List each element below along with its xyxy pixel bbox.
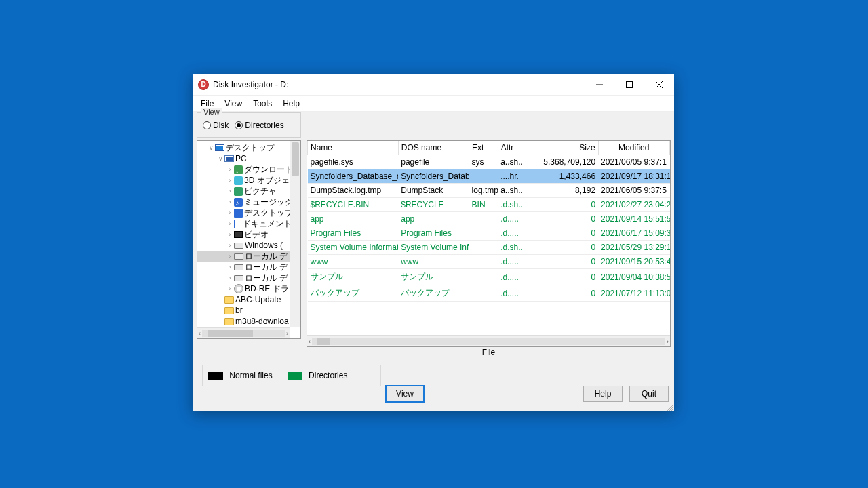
tree-item[interactable]: ∨デスクトップ <box>197 142 301 153</box>
cell-mod: 2021/06/05 9:37:1 <box>598 155 669 169</box>
tree-expand-icon[interactable]: › <box>226 283 234 294</box>
tree-expand-icon[interactable]: › <box>226 175 234 186</box>
radio-directories[interactable]: Directories <box>235 121 283 130</box>
tree-item-label: BD-RE ドラ <box>245 283 289 294</box>
tree-item[interactable]: ›Windows ( <box>197 240 301 251</box>
tree-expand-icon[interactable]: ∨ <box>207 142 215 153</box>
col-dosname[interactable]: DOS name <box>398 141 469 155</box>
cell-dos: www <box>398 255 469 269</box>
tree-item[interactable]: ›3D オブジェ <box>197 175 301 186</box>
tree-expand-icon[interactable]: › <box>226 207 234 218</box>
table-row[interactable]: pagefile.syspagefilesysa..sh..5,368,709,… <box>308 155 670 169</box>
menu-view[interactable]: View <box>220 98 246 110</box>
cell-size: 0 <box>536 269 598 285</box>
cell-attr: a..sh.. <box>498 184 536 198</box>
tree-expand-icon[interactable]: › <box>226 251 234 262</box>
help-button[interactable]: Help <box>583 386 623 402</box>
col-size[interactable]: Size <box>536 141 598 155</box>
cell-mod: 2021/06/05 9:37:5 <box>598 184 669 198</box>
tree-item-label: ローカル デ <box>245 272 288 283</box>
table-row[interactable]: バックアップバックアップ.d.....02021/07/12 11:13:0 <box>308 285 670 302</box>
table-row[interactable]: Syncfolders_Database_dbSyncfolders_Datab… <box>308 169 670 184</box>
tree-item[interactable]: ›ドキュメント <box>197 218 301 229</box>
minimize-button[interactable] <box>585 75 614 95</box>
cell-name: Program Files <box>308 226 399 241</box>
tree-expand-icon[interactable]: › <box>226 164 234 175</box>
cell-ext: sys <box>469 155 498 169</box>
scroll-right-icon[interactable]: › <box>286 330 288 337</box>
tree-item[interactable]: ›BD-RE ドラ <box>197 283 301 294</box>
tree-vscrollbar[interactable] <box>290 141 300 327</box>
tree-expand-icon[interactable]: › <box>226 218 234 229</box>
col-ext[interactable]: Ext <box>469 141 498 155</box>
scroll-right-icon[interactable]: › <box>667 338 669 345</box>
cell-name: www <box>308 255 399 269</box>
drive-icon <box>234 253 243 260</box>
table-row[interactable]: DumpStack.log.tmpDumpStacklog.tmpa..sh..… <box>308 184 670 198</box>
resize-grip-icon[interactable] <box>665 403 673 411</box>
tree-item-label: デスクトップ <box>226 142 275 153</box>
menu-tools[interactable]: Tools <box>249 98 276 110</box>
close-button[interactable] <box>644 75 674 95</box>
view-button[interactable]: View <box>385 385 425 403</box>
col-attr[interactable]: Attr <box>498 141 536 155</box>
col-modified[interactable]: Modified <box>598 141 669 155</box>
radio-icon <box>203 121 211 129</box>
cell-ext: BIN <box>469 198 498 212</box>
titlebar[interactable]: D Disk Investigator - D: <box>193 74 674 96</box>
tree-hscrollbar[interactable]: ‹ › <box>197 327 290 338</box>
file-hscrollbar[interactable]: ‹ › <box>307 336 670 346</box>
maximize-icon <box>626 81 633 88</box>
drive-icon <box>234 275 243 281</box>
table-row[interactable]: System Volume InformationSystem Volume I… <box>308 241 670 255</box>
menu-help[interactable]: Help <box>279 98 304 110</box>
table-row[interactable]: Program FilesProgram Files.d.....02021/0… <box>308 226 670 241</box>
table-row[interactable]: $RECYCLE.BIN$RECYCLEBIN.d.sh..02021/02/2… <box>308 198 670 212</box>
tree-item[interactable]: ›ローカル デ <box>197 251 301 262</box>
cell-ext <box>469 169 498 184</box>
maximize-button[interactable] <box>614 75 644 95</box>
folder-tree[interactable]: ∨デスクトップ∨PC›ダウンロード›3D オブジェ›ピクチャ›ミュージック›デス… <box>197 140 301 339</box>
app-icon: D <box>198 79 209 90</box>
scroll-left-icon[interactable]: ‹ <box>199 330 201 337</box>
tree-item[interactable]: ›ピクチャ <box>197 186 301 197</box>
tree-item[interactable]: ›ローカル デ <box>197 272 301 283</box>
button-row: View Help Quit <box>193 385 669 403</box>
radio-disk-label: Disk <box>213 121 229 130</box>
tree-item[interactable]: br <box>197 305 301 316</box>
table-row[interactable]: appapp.d.....02021/09/14 15:51:5 <box>308 212 670 226</box>
table-row[interactable]: wwwwww.d.....02021/09/15 20:53:4 <box>308 255 670 269</box>
tree-item[interactable]: m3u8-downloa <box>197 316 301 327</box>
tree-item-label: デスクトップ <box>244 207 293 218</box>
scroll-left-icon[interactable]: ‹ <box>309 338 311 345</box>
tree-item[interactable]: ›ビデオ <box>197 229 301 240</box>
cell-attr: .d..... <box>498 226 536 241</box>
tree-expand-icon[interactable]: › <box>226 272 234 283</box>
tree-expand-icon[interactable]: › <box>226 197 234 207</box>
tree-expand-icon[interactable]: › <box>226 240 234 251</box>
tree-item[interactable]: ›ローカル デ <box>197 262 301 272</box>
tree-item[interactable]: ∨PC <box>197 153 301 164</box>
tree-item[interactable]: ABC-Update <box>197 294 301 305</box>
tree-item[interactable]: ›ダウンロード <box>197 164 301 175</box>
col-name[interactable]: Name <box>308 141 399 155</box>
tree-item-label: ドキュメント <box>243 218 292 229</box>
tree-item[interactable]: ›ミュージック <box>197 197 301 207</box>
radio-disk[interactable]: Disk <box>203 121 229 130</box>
tree-expand-icon[interactable]: › <box>226 186 234 197</box>
file-table[interactable]: Name DOS name Ext Attr Size Modified pag… <box>307 140 671 347</box>
view-group-label: View <box>201 108 222 116</box>
quit-button[interactable]: Quit <box>629 386 669 402</box>
drive-icon <box>234 264 243 270</box>
app-window: D Disk Investigator - D: File View Tools… <box>193 74 674 411</box>
cell-size: 8,192 <box>536 184 598 198</box>
cell-mod: 2021/06/17 15:09:3 <box>598 226 669 241</box>
tree-item[interactable]: ›デスクトップ <box>197 207 301 218</box>
tree-expand-icon[interactable]: › <box>226 262 234 272</box>
folder-icon <box>224 318 234 325</box>
table-row[interactable]: サンプルサンプル.d.....02021/09/04 10:38:5 <box>308 269 670 285</box>
tree-expand-icon[interactable]: › <box>226 229 234 240</box>
cell-ext <box>469 255 498 269</box>
tree-item-label: ダウンロード <box>244 164 293 175</box>
tree-expand-icon[interactable]: ∨ <box>216 153 224 164</box>
